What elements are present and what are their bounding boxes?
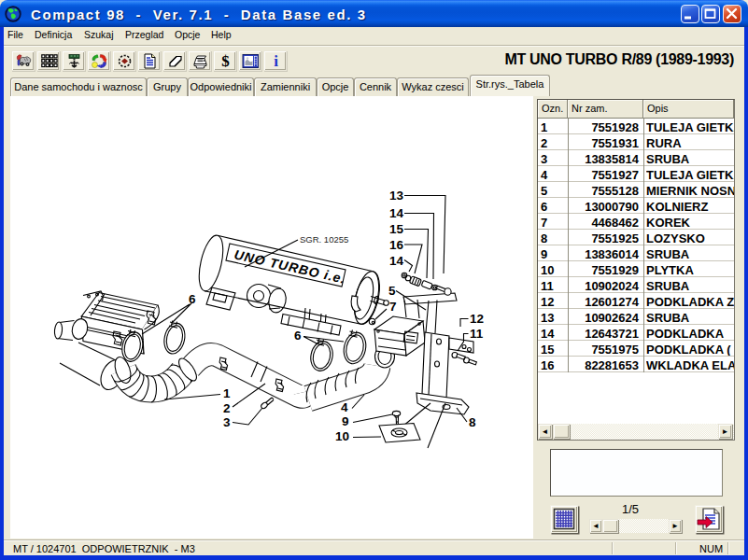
svg-text:6: 6 — [294, 329, 302, 343]
svg-text:9: 9 — [342, 414, 349, 428]
svg-text:5: 5 — [388, 284, 396, 298]
svg-text:2: 2 — [223, 401, 231, 415]
svg-text:1: 1 — [223, 386, 231, 400]
svg-text:7: 7 — [389, 300, 397, 314]
svg-text:14: 14 — [389, 254, 404, 268]
svg-text:11: 11 — [470, 327, 484, 341]
svg-text:15: 15 — [389, 222, 404, 236]
svg-text:i: i — [274, 53, 278, 69]
svg-text:10: 10 — [335, 429, 349, 443]
svg-text:13: 13 — [389, 189, 404, 203]
svg-text:6: 6 — [189, 292, 196, 306]
svg-text:14: 14 — [389, 206, 404, 220]
svg-text:SGR. 10255: SGR. 10255 — [300, 234, 348, 245]
svg-text:3: 3 — [223, 415, 231, 429]
svg-text:$: $ — [221, 53, 230, 69]
svg-text:12: 12 — [470, 312, 484, 326]
svg-text:16: 16 — [389, 238, 404, 252]
svg-text:8: 8 — [469, 415, 476, 429]
svg-text:4: 4 — [341, 400, 348, 414]
